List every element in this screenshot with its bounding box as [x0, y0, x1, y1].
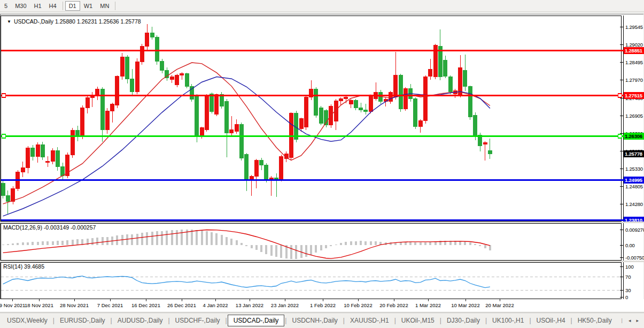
- macd-bar: [181, 230, 183, 245]
- period-button-5[interactable]: 5: [1, 1, 11, 11]
- time-axis-tick: [358, 299, 359, 301]
- time-axis-tick: [182, 299, 182, 301]
- candle-body: [6, 196, 10, 202]
- macd-bar: [215, 233, 218, 245]
- hline-handle[interactable]: [618, 134, 622, 138]
- tab-xauusd-h1[interactable]: XAUUSD-,H1: [345, 315, 394, 326]
- time-axis-tick: [428, 299, 429, 301]
- macd-bar: [479, 245, 481, 246]
- time-axis[interactable]: 9 Nov 202118 Nov 202128 Nov 20217 Dec 20…: [0, 299, 644, 311]
- candle-body: [474, 116, 477, 137]
- macd-axis-label: 0.009278: [625, 227, 644, 233]
- period-button-m30[interactable]: M30: [11, 1, 30, 11]
- macd-bar: [66, 240, 68, 245]
- macd-bar: [459, 241, 461, 245]
- price-axis-label: 1.27970: [625, 77, 643, 83]
- time-axis-label: 13 Jan 2022: [236, 302, 263, 308]
- main-price-chart[interactable]: 1.295451.290201.284951.279701.274301.269…: [0, 16, 644, 222]
- tab-audusd-daily[interactable]: AUDUSD-,Daily: [113, 315, 168, 326]
- svg-text:1.25778: 1.25778: [625, 151, 642, 157]
- hline-handle[interactable]: [2, 94, 6, 97]
- period-button-w1[interactable]: W1: [80, 1, 97, 11]
- candle-body: [180, 74, 184, 75]
- symbol-dropdown-icon[interactable]: ▼: [7, 19, 11, 24]
- macd-bar: [12, 243, 14, 245]
- candle-body: [459, 68, 462, 95]
- candle-body: [11, 189, 15, 202]
- price-axis-label: 1.24280: [625, 201, 643, 207]
- time-axis-label: 26 Dec 2021: [167, 302, 196, 308]
- candle-body: [349, 101, 353, 104]
- tab-ukoil-m15[interactable]: UKOil-,M15: [397, 315, 439, 326]
- macd-bar: [405, 242, 407, 245]
- period-button-h1[interactable]: H1: [30, 1, 45, 11]
- candle-body: [444, 60, 447, 77]
- tab-scroll-left-icon[interactable]: ◂: [629, 318, 631, 323]
- hline-handle[interactable]: [2, 134, 6, 138]
- candle-body: [260, 161, 263, 165]
- candle-body: [468, 87, 472, 117]
- period-button-mn[interactable]: MN: [96, 1, 113, 11]
- macd-bar: [171, 230, 173, 245]
- price-axis-label: 1.29545: [625, 24, 643, 30]
- candle-body: [339, 99, 343, 101]
- macd-panel[interactable]: 0.0092780.00-0.00750MACD(12,26,9) -0.003…: [0, 223, 644, 261]
- macd-bar: [151, 232, 153, 245]
- candle-body: [299, 119, 303, 129]
- macd-bar: [61, 241, 64, 245]
- tab-eurusd-daily[interactable]: EURUSD-,Daily: [55, 315, 110, 326]
- hline-handle[interactable]: [618, 94, 622, 97]
- candle-body: [364, 110, 368, 112]
- macd-bar: [27, 242, 29, 245]
- macd-bar: [37, 242, 39, 245]
- time-axis-label: 10 Feb 2022: [344, 302, 372, 308]
- price-axis-label: 1.25330: [625, 166, 643, 172]
- macd-bar: [57, 241, 59, 245]
- period-button-d1[interactable]: D1: [65, 1, 80, 11]
- rsi-axis-label: 70: [625, 274, 631, 280]
- candle-body: [304, 97, 308, 127]
- tab-uk100-h1[interactable]: UK100-,H1: [487, 315, 529, 326]
- macd-bar: [106, 237, 108, 246]
- time-axis-tick: [394, 299, 394, 301]
- candle-body: [200, 128, 204, 135]
- tab-usdx-weekly[interactable]: USDX,Weekly: [2, 315, 52, 326]
- time-axis-label: 10 Mar 2022: [451, 302, 479, 308]
- macd-bar: [176, 230, 178, 245]
- macd-bar: [2, 245, 4, 245]
- candle-body: [150, 33, 154, 37]
- tab-usdcnh-daily[interactable]: USDCNH-,Daily: [287, 315, 342, 326]
- macd-bar: [255, 245, 258, 250]
- tab-hk50-daily[interactable]: HK50-,Daily: [573, 315, 617, 326]
- time-axis-tick: [74, 299, 75, 301]
- time-axis-label: 20 Feb 2022: [379, 302, 408, 308]
- tab-dj30-daily[interactable]: DJ30-,Daily: [442, 315, 485, 326]
- macd-bar: [22, 242, 24, 245]
- tab-usoil-h4[interactable]: USOil-,H4: [532, 315, 570, 326]
- candle-body: [155, 37, 159, 62]
- candle-body: [71, 131, 74, 155]
- candle-body: [239, 125, 243, 158]
- time-axis-tick: [12, 299, 13, 301]
- macd-bar: [245, 245, 247, 246]
- macd-bar: [355, 241, 357, 245]
- time-axis-label: 7 Dec 2021: [97, 302, 123, 308]
- candle-body: [21, 168, 25, 172]
- time-axis-tick: [323, 299, 323, 301]
- candle-body: [483, 143, 487, 144]
- tab-scroll-right-icon[interactable]: ▸: [636, 318, 639, 323]
- macd-bar: [325, 245, 327, 248]
- candle-body: [404, 89, 407, 109]
- macd-bar: [131, 234, 133, 245]
- candle-body: [130, 79, 134, 92]
- tab-usdchf-daily[interactable]: USDCHF-,Daily: [170, 315, 225, 326]
- macd-bar: [166, 231, 168, 245]
- period-button-h4[interactable]: H4: [45, 1, 60, 11]
- macd-bar: [315, 245, 317, 253]
- rsi-panel[interactable]: 10070300RSI(14) 39.4685: [0, 262, 644, 299]
- toolbar-separator: [115, 2, 115, 10]
- time-axis-label: 16 Dec 2021: [131, 302, 160, 308]
- tab-usdcad-daily[interactable]: USDCAD-,Daily: [228, 315, 285, 326]
- macd-bar: [375, 241, 377, 245]
- time-axis-tick: [39, 299, 40, 301]
